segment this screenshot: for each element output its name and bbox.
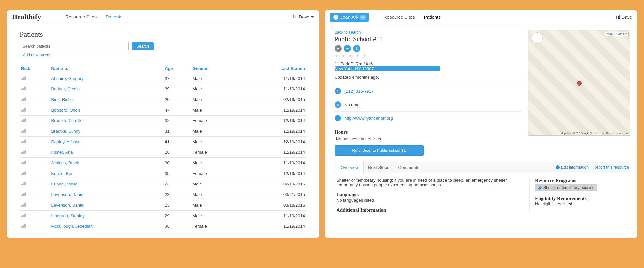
table-row[interactable]: Botsford, Orion47Male12/19/2014 [20, 105, 306, 116]
patient-name-link[interactable]: Mccullough, Jedediah [50, 221, 163, 232]
greeting-text: Hi Dave [616, 15, 632, 20]
patient-name-link[interactable]: Bradtke, Sunny [50, 126, 163, 137]
gender-cell: Male [191, 126, 237, 137]
close-chip-icon[interactable]: ✕ [360, 15, 366, 20]
gender-cell: Male [191, 189, 237, 200]
signal-bars-icon [21, 97, 26, 101]
patient-name-link[interactable]: Levenson, Daniel [50, 200, 163, 211]
risk-cell [20, 126, 50, 137]
search-button[interactable]: Search [132, 42, 154, 50]
table-row[interactable]: Kunze, Ben35Female12/19/2014 [20, 168, 306, 179]
chevron-down-icon [311, 16, 314, 18]
back-to-search-link[interactable]: Back to search [335, 30, 521, 35]
last-screen-cell: 11/19/2014 [237, 73, 306, 84]
table-row[interactable]: Fisher, Ana26Female12/19/2014 [20, 147, 306, 158]
table-row[interactable]: Jenkins, Brock30Male11/19/2014 [20, 158, 306, 168]
gender-cell: Male [191, 94, 237, 105]
website-link[interactable]: http://www.ryancenter.org [344, 116, 393, 121]
patient-name-link[interactable]: Kunze, Ben [50, 168, 163, 179]
refer-button[interactable]: Refer Joan to Public school 11 [335, 145, 424, 156]
last-screen-cell: 12/19/2014 [237, 116, 306, 126]
nav-patients[interactable]: Patients [424, 15, 441, 20]
age-cell: 31 [163, 126, 191, 137]
map-type-map[interactable]: Map [605, 32, 614, 36]
edit-information-link[interactable]: Edit Information [556, 165, 589, 170]
gender-cell: Male [191, 105, 237, 116]
topbar: Healthify Resource Sites Patients Hi Dav… [7, 10, 319, 23]
avatar-icon [333, 15, 338, 20]
resource-programs-heading: Resource Programs [535, 178, 628, 183]
col-risk[interactable]: Risk [20, 64, 50, 73]
signal-bars-icon [21, 108, 26, 112]
add-patient-link[interactable]: + Add new patent [20, 53, 50, 57]
col-age[interactable]: Age [163, 64, 191, 73]
phone-link[interactable]: (212) 316-7917 [344, 89, 374, 94]
signal-bars-icon [21, 203, 26, 207]
patient-name-link[interactable]: Abshire, Gregory [50, 73, 163, 84]
topbar: Joan Ark ✕ Resource Sites Patients Hi Da… [325, 10, 637, 24]
age-cell: 47 [163, 105, 191, 116]
risk-cell [20, 211, 50, 221]
current-patient-chip[interactable]: Joan Ark ✕ [330, 13, 369, 22]
table-row[interactable]: Levenson, Daniel23Male03/21/2015 [20, 189, 306, 200]
last-screen-cell: 02/19/2015 [237, 179, 306, 189]
col-last-screen[interactable]: Last Screen [237, 64, 306, 73]
table-row[interactable]: Bins, Richie20Male02/19/2015 [20, 94, 306, 105]
map-type-satellite[interactable]: Satellite [615, 32, 629, 36]
patient-name-link[interactable]: Bradtke, Camille [50, 116, 163, 126]
last-screen-cell: 12/19/2014 [237, 105, 306, 116]
patient-name-link[interactable]: Bins, Richie [50, 94, 163, 105]
risk-cell [20, 158, 50, 168]
nav-resource-sites[interactable]: Resource Sites [383, 15, 415, 20]
program-chip[interactable]: 🧳 Shelter or temporary housing [535, 184, 597, 191]
last-screen-cell: 02/19/2015 [237, 94, 306, 105]
gender-cell: Female [191, 147, 237, 158]
tab-comments[interactable]: Comments [394, 162, 424, 173]
share-icon[interactable]: ➦ [344, 45, 351, 52]
table-row[interactable]: Bednar, Creola39Male11/19/2014 [20, 84, 306, 94]
table-row[interactable]: Abshire, Gregory37Male11/19/2014 [20, 73, 306, 84]
patient-name-link[interactable]: Dooley, Alfonso [50, 137, 163, 147]
patient-name-link[interactable]: Lindgren, Stanley [50, 211, 163, 221]
table-row[interactable]: Mccullough, Jedediah36Female11/19/2014 [20, 221, 306, 232]
table-row[interactable]: Dooley, Alfonso41Male12/19/2014 [20, 137, 306, 147]
col-name[interactable]: Name [50, 64, 163, 73]
page-title: Patients [20, 30, 306, 39]
patient-name-link[interactable]: Levenson, Daniel [50, 189, 163, 200]
favorite-icon[interactable]: ♥ [335, 45, 342, 52]
nav-patients[interactable]: Patients [106, 14, 123, 19]
last-screen-cell: 12/19/2014 [237, 147, 306, 158]
report-resource-link[interactable]: Report this resource [593, 165, 629, 170]
gender-cell: Male [191, 137, 237, 147]
age-cell: 37 [163, 73, 191, 84]
user-greeting[interactable]: Hi Dave [616, 15, 632, 20]
age-cell: 30 [163, 158, 191, 168]
user-greeting[interactable]: Hi Dave [293, 14, 314, 19]
map-pan-control[interactable] [532, 32, 543, 44]
table-row[interactable]: Bradtke, Camille32Female12/19/2014 [20, 116, 306, 126]
risk-cell [20, 94, 50, 105]
patient-name-link[interactable]: Kuphal, Vilma [50, 179, 163, 189]
patient-name-link[interactable]: Botsford, Orion [50, 105, 163, 116]
signal-bars-icon [21, 213, 26, 217]
risk-cell [20, 200, 50, 211]
risk-cell [20, 84, 50, 94]
tab-overview[interactable]: Overview [336, 162, 364, 173]
table-row[interactable]: Levenson, Daniel23Male03/18/2015 [20, 200, 306, 211]
eligibility-body: No eligibilities listed [535, 201, 628, 206]
resource-content: Back to search Public School #11 ♥ ➦ ⬇ ★… [325, 24, 637, 223]
patient-name-link[interactable]: Bednar, Creola [50, 84, 163, 94]
patient-name-link[interactable]: Fisher, Ana [50, 147, 163, 158]
nav-resource-sites[interactable]: Resource Sites [65, 14, 97, 19]
col-gender[interactable]: Gender [191, 64, 237, 73]
tab-next-steps[interactable]: Next Steps [364, 162, 394, 173]
rating-stars[interactable]: ★ ★ ★ ★ ★ [335, 53, 521, 59]
table-row[interactable]: Bradtke, Sunny31Male12/19/2014 [20, 126, 306, 137]
map[interactable]: Map Satellite Map data ©2015 Google Term… [528, 30, 630, 136]
download-icon[interactable]: ⬇ [353, 45, 360, 52]
table-row[interactable]: Lindgren, Stanley29Male11/19/2014 [20, 211, 306, 221]
gender-cell: Male [191, 73, 237, 84]
search-input[interactable] [20, 42, 129, 50]
patient-name-link[interactable]: Jenkins, Brock [50, 158, 163, 168]
table-row[interactable]: Kuphal, Vilma23Male02/19/2015 [20, 179, 306, 189]
